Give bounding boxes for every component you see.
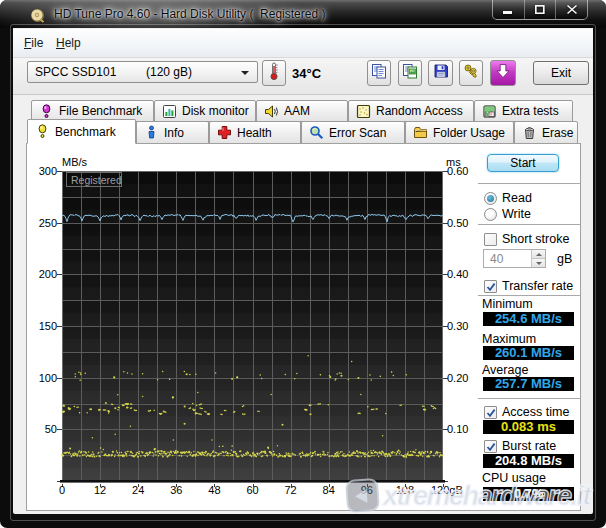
spinner-buttons xyxy=(531,250,545,267)
chevron-down-icon xyxy=(241,71,249,75)
x-axis-tick: 48 xyxy=(199,484,229,496)
tab-extra-tests[interactable]: Extra tests xyxy=(474,100,573,122)
close-button[interactable] xyxy=(555,0,587,19)
close-icon xyxy=(567,5,577,14)
download-arrow-icon xyxy=(495,63,511,83)
left-axis-tick: 300 xyxy=(30,165,57,177)
spin-down-button[interactable] xyxy=(531,259,545,267)
tab-health[interactable]: Health xyxy=(209,121,301,144)
spin-up-button[interactable] xyxy=(531,250,545,259)
x-axis-tick: 24 xyxy=(123,484,153,496)
temperature-value: 34°C xyxy=(292,66,321,81)
tab-label: Info xyxy=(164,126,184,140)
pin-yellow-icon xyxy=(35,124,50,139)
transfer-rate-checkbox[interactable] xyxy=(484,280,497,293)
copy-text-button[interactable] xyxy=(367,60,391,86)
options-button[interactable] xyxy=(459,60,483,86)
start-button[interactable]: Start xyxy=(487,154,559,172)
hd-tune-icon xyxy=(30,8,45,23)
arrow-down-icon xyxy=(536,262,542,265)
right-axis-tick: 0.30 xyxy=(447,320,468,332)
menu-help[interactable]: Help xyxy=(56,36,81,50)
exit-button[interactable]: Exit xyxy=(533,61,589,85)
maximize-button[interactable] xyxy=(524,0,556,19)
start-label: Start xyxy=(510,156,535,170)
tab-random-access[interactable]: Random Access xyxy=(348,100,474,122)
tab-label: Benchmark xyxy=(55,125,116,139)
result-maximum-label: Maximum xyxy=(482,332,536,346)
tab-aam[interactable]: AAM xyxy=(256,100,348,122)
burst-rate-label: Burst rate xyxy=(502,439,556,453)
minimize-button[interactable] xyxy=(493,0,524,19)
extra-tests-icon xyxy=(482,104,497,119)
radio-read-label: Read xyxy=(502,191,532,205)
speaker-icon xyxy=(264,104,279,119)
x-axis-tick: 36 xyxy=(161,484,191,496)
health-cross-icon xyxy=(217,125,232,140)
tab-label: Health xyxy=(237,126,272,140)
burst-rate-value: 204.8 MB/s xyxy=(483,454,574,468)
short-stroke-checkbox[interactable] xyxy=(484,233,497,246)
save-button[interactable] xyxy=(428,60,453,86)
x-axis-tick: 60 xyxy=(238,484,268,496)
access-time-label: Access time xyxy=(502,405,569,419)
copy-image-button[interactable] xyxy=(398,60,422,86)
right-axis-tick: 0.60 xyxy=(447,165,468,177)
tab-error-scan[interactable]: Error Scan xyxy=(301,121,405,144)
save-icon xyxy=(433,63,449,83)
window-title: HD Tune Pro 4.60 - Hard Disk Utility ( R… xyxy=(54,7,325,23)
left-axis-tick: 250 xyxy=(30,217,57,229)
benchmark-chart xyxy=(56,165,448,487)
radio-selected-dot xyxy=(487,195,494,202)
tab-label: Disk monitor xyxy=(182,104,249,118)
x-axis-tick: 12 xyxy=(85,484,115,496)
right-axis-tick: 0.20 xyxy=(447,372,468,384)
temperature-button[interactable] xyxy=(262,60,286,86)
trash-icon xyxy=(522,125,537,140)
right-axis-tick: 0.40 xyxy=(447,268,468,280)
x-axis-tick: 0 xyxy=(47,484,77,496)
drive-selector-dropdown[interactable]: SPCC SSD101 (120 gB) xyxy=(27,61,258,83)
tab-info[interactable]: Info xyxy=(136,121,209,144)
transfer-rate-label: Transfer rate xyxy=(502,279,573,293)
folder-icon xyxy=(413,125,428,140)
tab-folder-usage[interactable]: Folder Usage xyxy=(405,121,514,144)
x-axis-tick: 96 xyxy=(352,484,382,496)
burst-rate-checkbox[interactable] xyxy=(484,440,497,453)
window-controls xyxy=(492,0,588,20)
menu-bar: FileHelp xyxy=(13,29,593,58)
thermometer-icon xyxy=(267,61,281,85)
left-axis-tick: 50 xyxy=(30,423,57,435)
result-maximum-value: 260.1 MB/s xyxy=(483,346,574,360)
keys-icon xyxy=(463,63,479,83)
tab-label: AAM xyxy=(284,104,310,118)
tab-label: Folder Usage xyxy=(433,126,505,140)
capacity-value: 40 xyxy=(490,252,503,266)
bar-chart-icon xyxy=(162,104,177,119)
info-icon xyxy=(144,125,159,140)
radio-write-label: Write xyxy=(502,207,531,221)
tab-erase[interactable]: Erase xyxy=(514,121,578,144)
copy-text-icon xyxy=(371,63,387,83)
capacity-spinner[interactable]: 40 xyxy=(483,249,546,268)
pin-magenta-icon xyxy=(39,104,54,119)
arrow-up-icon xyxy=(536,253,542,256)
minimize-icon xyxy=(503,5,513,14)
menu-file[interactable]: File xyxy=(24,36,43,50)
result-average-label: Average xyxy=(482,363,528,377)
radio-read[interactable] xyxy=(484,192,497,205)
app-window: HD Tune Pro 4.60 - Hard Disk Utility ( R… xyxy=(0,0,606,528)
random-dots-icon xyxy=(356,104,371,119)
result-minimum-value: 254.6 MB/s xyxy=(483,312,574,326)
divider xyxy=(478,398,580,400)
tab-disk-monitor[interactable]: Disk monitor xyxy=(154,100,256,122)
exit-label: Exit xyxy=(551,66,571,80)
result-minimum-label: Minimum xyxy=(482,297,533,311)
tab-benchmark[interactable]: Benchmark xyxy=(27,119,136,144)
access-time-checkbox[interactable] xyxy=(484,406,497,419)
access-time-value: 0.083 ms xyxy=(483,420,574,434)
radio-write[interactable] xyxy=(484,208,497,221)
divider xyxy=(478,224,580,226)
x-axis-tick: 84 xyxy=(314,484,344,496)
update-button[interactable] xyxy=(490,60,516,86)
